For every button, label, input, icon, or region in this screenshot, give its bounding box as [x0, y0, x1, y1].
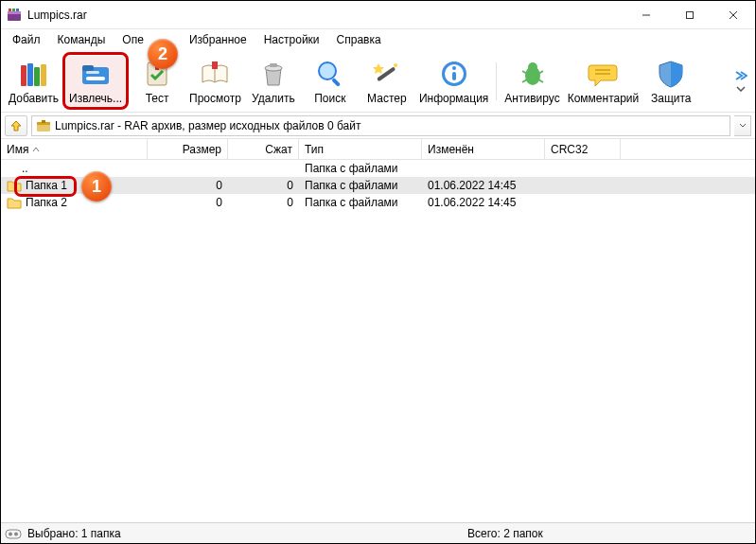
list-item-folder[interactable]: Папка 2 0 0 Папка с файлами 01.06.2022 1… [1, 194, 755, 211]
arrow-up-icon [9, 119, 23, 132]
col-modified[interactable]: Изменён [422, 139, 545, 159]
magnifier-icon [314, 58, 346, 90]
tool-antivirus[interactable]: Антивирус [501, 55, 563, 107]
svg-rect-12 [41, 64, 46, 86]
svg-line-37 [522, 79, 527, 82]
list-item-folder[interactable]: Папка 1 0 0 Папка с файлами 01.06.2022 1… [1, 177, 755, 194]
menu-file[interactable]: Файл [5, 31, 48, 48]
svg-rect-4 [16, 9, 19, 11]
annotation-badge-1: 1 [81, 171, 112, 202]
status-bar: Выбрано: 1 папка Всего: 2 папок [1, 522, 755, 543]
svg-rect-32 [452, 72, 456, 80]
tool-delete[interactable]: Удалить [245, 55, 302, 107]
svg-point-31 [452, 66, 456, 70]
bug-icon [517, 58, 549, 90]
tool-wizard[interactable]: Мастер [359, 55, 415, 107]
menu-bar: Файл Команды Опе Избранное Настройки Спр… [1, 29, 755, 50]
menu-settings[interactable]: Настройки [256, 31, 327, 48]
tool-extract-label: Извлечь... [69, 92, 122, 105]
tool-extract[interactable]: Извлечь... [62, 52, 129, 110]
svg-rect-43 [42, 120, 45, 123]
list-item-parent[interactable]: .. Папка с файлами [1, 160, 755, 177]
tool-protect[interactable]: Защита [642, 55, 699, 107]
tool-find-label: Поиск [314, 92, 345, 105]
col-packed[interactable]: Сжат [228, 139, 299, 159]
col-size[interactable]: Размер [148, 139, 228, 159]
col-type[interactable]: Тип [299, 139, 422, 159]
svg-rect-10 [27, 63, 33, 86]
tool-find[interactable]: Поиск [302, 55, 359, 107]
minimize-button[interactable] [624, 1, 668, 28]
svg-rect-16 [86, 71, 99, 74]
menu-favorites[interactable]: Избранное [182, 31, 255, 48]
folder-icon [7, 179, 22, 192]
folder-icon [7, 196, 22, 209]
svg-point-46 [14, 532, 18, 535]
address-text: Lumpics.rar - RAR архив, размер исходных… [55, 119, 360, 132]
tool-view[interactable]: Просмотр [185, 55, 245, 107]
address-bar: Lumpics.rar - RAR архив, размер исходных… [1, 113, 755, 139]
tool-info[interactable]: Информация [415, 55, 492, 107]
tool-delete-label: Удалить [252, 92, 295, 105]
trash-icon [257, 58, 290, 90]
svg-rect-14 [82, 65, 94, 71]
status-selected: Выбрано: 1 папка [27, 527, 121, 540]
svg-rect-23 [270, 63, 277, 67]
svg-point-34 [528, 62, 537, 72]
address-dropdown[interactable] [734, 115, 751, 136]
books-icon [18, 58, 50, 90]
menu-operations[interactable]: Опе [114, 31, 151, 48]
col-name[interactable]: Имя [1, 139, 148, 159]
annotation-badge-2: 2 [148, 39, 178, 69]
svg-rect-2 [9, 9, 11, 11]
toolbar-overflow[interactable] [732, 71, 751, 92]
tool-comment[interactable]: Комментарий [564, 55, 643, 107]
book-open-icon [199, 58, 231, 90]
menu-help[interactable]: Справка [329, 31, 389, 48]
tool-protect-label: Защита [651, 92, 692, 105]
svg-rect-44 [6, 530, 21, 538]
col-crc[interactable]: CRC32 [545, 139, 621, 159]
shield-icon [655, 58, 687, 90]
file-list: .. Папка с файлами Папка 1 0 0 Папка с ф… [1, 160, 755, 522]
chevron-down-icon [739, 123, 747, 128]
close-button[interactable] [712, 1, 755, 28]
archive-icon [36, 118, 51, 133]
menu-commands[interactable]: Команды [50, 31, 114, 48]
svg-rect-15 [86, 77, 105, 80]
up-button[interactable] [5, 115, 27, 136]
tool-comment-label: Комментарий [568, 92, 640, 105]
toolbar: Добавить Извлечь... Тест Просмотр Удалит… [1, 50, 755, 113]
address-field[interactable]: Lumpics.rar - RAR архив, размер исходных… [31, 115, 730, 136]
tool-add-label: Добавить [9, 92, 59, 105]
sort-asc-icon [32, 146, 40, 153]
info-icon [438, 58, 470, 90]
title-bar: Lumpics.rar [1, 1, 755, 29]
column-header-row: Имя Размер Сжат Тип Изменён CRC32 [1, 139, 755, 160]
status-icon [5, 527, 22, 540]
svg-marker-27 [373, 63, 384, 74]
toolbar-separator [496, 62, 497, 100]
maximize-button[interactable] [668, 1, 712, 28]
svg-rect-11 [34, 67, 40, 86]
svg-line-38 [538, 79, 543, 82]
chevron-right-icon [734, 71, 747, 80]
status-total: Всего: 2 папок [467, 527, 751, 540]
svg-rect-25 [331, 78, 341, 87]
window-title: Lumpics.rar [27, 9, 87, 22]
svg-point-45 [9, 532, 12, 535]
svg-rect-9 [21, 65, 26, 86]
svg-point-28 [394, 63, 397, 67]
svg-rect-3 [12, 9, 15, 11]
tool-info-label: Информация [419, 92, 488, 105]
app-icon [7, 8, 22, 23]
speech-bubble-icon [587, 58, 619, 90]
svg-rect-21 [212, 61, 218, 69]
chevron-down-icon [736, 86, 746, 92]
wand-icon [371, 58, 403, 90]
tool-add[interactable]: Добавить [5, 55, 62, 107]
tool-antivirus-label: Антивирус [504, 92, 559, 105]
folder-open-icon [79, 58, 112, 90]
svg-point-24 [319, 62, 336, 79]
tool-test-label: Тест [146, 92, 169, 105]
